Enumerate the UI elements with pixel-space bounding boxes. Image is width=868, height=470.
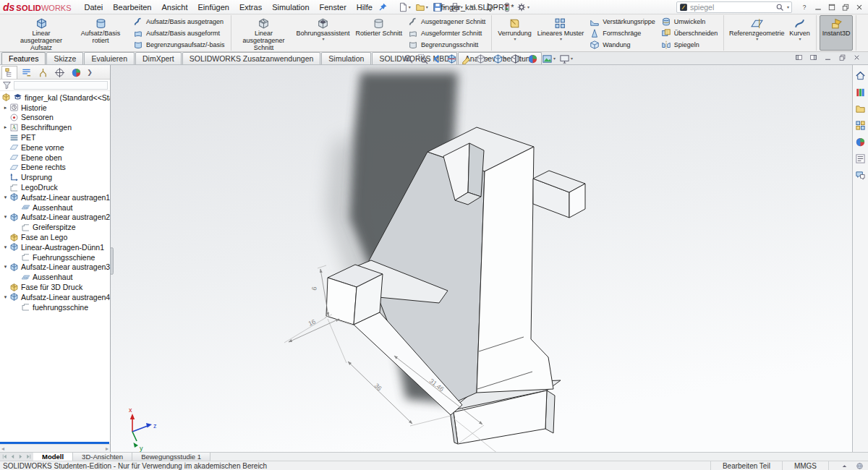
ribbon-button-lineares-muster[interactable]: Lineares Muster▾ [535,15,587,51]
ribbon-button-aufsatz-basis-ausgetragen[interactable]: Aufsatz/Basis ausgetragen [132,16,226,27]
tree-item-ebene-rechts[interactable]: Ebene rechts [0,163,110,173]
tab-evaluieren[interactable]: Evaluieren [84,52,135,64]
restore-button[interactable] [841,3,850,12]
ribbon-button-kurven[interactable]: Kurven▾ [786,15,813,51]
ribbon-button-berschneiden[interactable]: Überschneiden [660,27,720,38]
doc-tab-3d-ansichten[interactable]: 3D-Ansichten [73,453,132,461]
tree-item-sensoren[interactable]: Sensoren [0,113,110,123]
previous-view-button[interactable] [431,53,443,64]
tab-solidworks-zusatzanwendungen[interactable]: SOLIDWORKS Zusatzanwendungen [182,52,321,64]
tree-item-ebene-vorne[interactable]: Ebene vorne [0,142,110,153]
home-button[interactable] [854,69,867,82]
ribbon-button-verrundung[interactable]: Verrundung▾ [495,15,535,51]
select-button[interactable]: ▾ [482,1,500,14]
tree-item-fase-an-lego[interactable]: Fase an Lego [0,232,110,242]
tree-item-aufsatz-linear-austragen2[interactable]: ▾Aufsatz-Linear austragen2 [0,213,110,223]
ribbon-button-spiegeln[interactable]: Spiegeln [660,39,720,50]
apply-scene-button[interactable]: ▾ [541,53,556,64]
globe-button[interactable] [856,462,864,470]
zoom-to-fit-button[interactable] [402,53,414,64]
search-box[interactable]: spiegel ▾ [676,1,792,13]
tree-item-aufsatz-linear-austragen4[interactable]: ▾Aufsatz-Linear austragen4 [0,292,110,302]
open-button[interactable]: ▾ [413,1,430,14]
annotation-view-button[interactable] [460,53,472,64]
ribbon-button-bohrungsassistent[interactable]: Bohrungsassistent▾ [294,15,353,51]
prev-tab-button[interactable] [9,453,16,460]
tree-item-historie[interactable]: ▸Historie [0,103,110,113]
section-view-button[interactable] [446,53,458,64]
tree-item-greiferspitze[interactable]: Greiferspitze [0,222,110,232]
undo-button[interactable]: ▾ [465,1,482,14]
save-button[interactable]: ▾ [430,1,448,14]
close-button[interactable] [855,3,864,12]
ribbon-button-begrenzungsaufsatz-basis[interactable]: Begrenzungsaufsatz/-basis [132,39,226,50]
tree-expander[interactable]: ▾ [1,294,9,300]
close-doc-button[interactable] [853,54,861,61]
tree-expander[interactable]: ▾ [1,195,9,200]
help-button[interactable]: ? [800,3,809,12]
ribbon-button-ausgetragener-schnitt[interactable]: Ausgetragener Schnitt [407,16,487,27]
ribbon-button-rotierter-schnitt[interactable]: Rotierter Schnitt [353,15,406,51]
tree-filter-input[interactable] [14,81,108,90]
custom-properties-button[interactable] [854,152,867,165]
menu-datei[interactable]: Datei [80,1,109,13]
tab-dimxpert[interactable]: DimXpert [135,52,182,64]
ribbon-button-aufsatz-basis-ausgeformt[interactable]: Aufsatz/Basis ausgeformt [132,27,226,38]
options-button[interactable]: ▾ [514,1,532,14]
ribbon-button-referenzgeometrie[interactable]: Referenzgeometrie▾ [727,15,786,51]
tab-features[interactable]: Features [1,52,46,64]
zoom-to-area-button[interactable] [417,53,429,64]
tab-simulation[interactable]: Simulation [321,52,371,64]
ribbon-button-aufsatz-basis-rotiert[interactable]: Aufsatz/Basis rotiert [71,15,130,51]
menu-fenster[interactable]: Fenster [315,1,352,13]
tree-item-fase-f-r-3d-druck[interactable]: Fase für 3D Druck [0,282,110,292]
view-settings-button[interactable]: ▾ [558,53,574,64]
rebuild-button[interactable] [500,1,514,14]
ribbon-button-linear-ausgetragener-schnitt[interactable]: Linear ausgetragener Schnitt [234,15,294,51]
tab-skizze[interactable]: Skizze [46,52,83,64]
panel-splitter-handle[interactable] [110,247,114,275]
ribbon-button-wandung[interactable]: Wandung [588,39,657,50]
restore-doc-button[interactable] [838,54,846,61]
dimxpertmanager-tab[interactable] [51,66,67,79]
menu-extras[interactable]: Extras [234,1,267,13]
ribbon-button-linear-ausgetragener-aufsatz[interactable]: Linear ausgetragener Aufsatz [12,15,71,51]
ribbon-button-verst-rkungsrippe[interactable]: Verstärkungsrippe [588,16,657,27]
ribbon-button-formschr-ge[interactable]: Formschräge [588,27,657,38]
tree-item-fuehrungsschine[interactable]: fuehrungsschine [0,302,110,312]
doc-tab-bewegungsstudie-1[interactable]: Bewegungsstudie 1 [132,453,210,461]
menu-ansicht[interactable]: Ansicht [156,1,192,13]
tree-expander[interactable]: ▸ [1,124,9,130]
search-dropdown-icon[interactable]: ▾ [787,5,789,9]
tree-item-ebene-oben[interactable]: Ebene oben [0,153,110,163]
tree-item-linear-austragen-d-nn1[interactable]: ▾Linear-Austragen-Dünn1 [0,242,110,252]
tree-expander[interactable]: ▾ [1,264,9,270]
menu-bearbeiten[interactable]: Bearbeiten [108,1,156,13]
tree-root-item[interactable]: finger_kal (Standard<<Standard>_A [0,93,110,103]
slot-side-wall[interactable] [468,143,484,197]
view-palette-button[interactable] [854,119,867,132]
forum-button[interactable] [854,168,867,181]
display-style-button[interactable]: ▾ [509,53,524,64]
tree-item-fuehrungsschiene[interactable]: Fuehrungsschiene [0,252,110,262]
tree-expander[interactable]: ▾ [1,244,9,250]
tree-expander[interactable]: ▸ [1,105,9,111]
scroll-right-icon[interactable]: ▸ [106,445,109,452]
tree-item-beschriftungen[interactable]: ▸ABeschriftungen [0,122,110,132]
first-tab-button[interactable] [1,453,8,460]
menu-einf-gen[interactable]: Einfügen [193,1,234,13]
expand-tabs-icon[interactable]: ❯ [85,66,95,79]
menu-simulation[interactable]: Simulation [267,1,314,13]
ribbon-button-begrenzungsschnitt[interactable]: Begrenzungsschnitt [407,39,487,50]
maximize-button[interactable] [827,3,836,12]
tree-item-aufsatz-linear-austragen1[interactable]: ▾Aufsatz-Linear austragen1 [0,192,110,202]
new-document-button[interactable]: ▾ [396,1,413,14]
ribbon-button-umwickeln[interactable]: Umwickeln [660,16,720,27]
menu-hilfe[interactable]: Hilfe [352,1,378,13]
part-3d-view[interactable]: 16 6 36 31.46 x z y [111,65,852,452]
propertymanager-tab[interactable] [18,66,34,79]
appearances-button[interactable] [854,135,867,148]
displaymanager-tab[interactable] [68,66,84,79]
design-library-button[interactable] [854,85,867,98]
tree-expander[interactable]: ▾ [1,214,9,220]
